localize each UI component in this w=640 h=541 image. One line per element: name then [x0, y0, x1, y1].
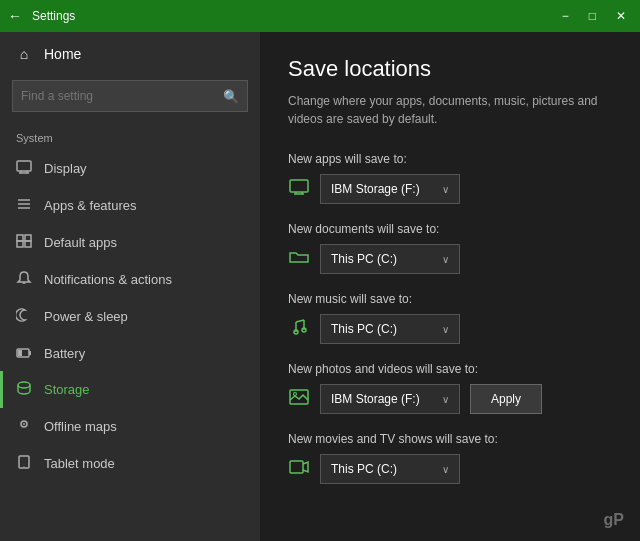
folder-icon — [288, 249, 310, 270]
save-row-controls-photos-videos: IBM Storage (F:)∨Apply — [288, 384, 612, 414]
save-row-controls-documents: This PC (C:)∨ — [288, 244, 612, 274]
svg-point-17 — [23, 423, 25, 425]
save-row-label-music: New music will save to: — [288, 292, 612, 306]
watermark: gP — [604, 511, 624, 529]
svg-point-15 — [18, 382, 30, 388]
save-row-label-apps: New apps will save to: — [288, 152, 612, 166]
svg-rect-9 — [17, 241, 23, 247]
window-controls: − □ ✕ — [556, 7, 632, 25]
svg-rect-10 — [25, 241, 31, 247]
save-row-controls-apps: IBM Storage (F:)∨ — [288, 174, 612, 204]
storage-icon — [16, 381, 32, 398]
svg-rect-13 — [29, 351, 31, 355]
sidebar-item-notifications[interactable]: Notifications & actions — [0, 261, 260, 298]
sidebar-item-label-power-sleep: Power & sleep — [44, 309, 128, 324]
dropdown-value-music: This PC (C:) — [331, 322, 397, 336]
back-button[interactable]: ← — [8, 8, 22, 24]
default-apps-icon — [16, 234, 32, 251]
save-row-controls-music: This PC (C:)∨ — [288, 314, 612, 344]
sidebar-section-label: System — [0, 124, 260, 150]
page-description: Change where your apps, documents, music… — [288, 92, 612, 128]
apply-button[interactable]: Apply — [470, 384, 542, 414]
title-bar: ← Settings − □ ✕ — [0, 0, 640, 32]
save-row-label-photos-videos: New photos and videos will save to: — [288, 362, 612, 376]
save-row-movies-tv: New movies and TV shows will save to:Thi… — [288, 432, 612, 484]
save-row-label-movies-tv: New movies and TV shows will save to: — [288, 432, 612, 446]
dropdown-photos-videos[interactable]: IBM Storage (F:)∨ — [320, 384, 460, 414]
sidebar-item-storage[interactable]: Storage — [0, 371, 260, 408]
dropdown-value-movies-tv: This PC (C:) — [331, 462, 397, 476]
dropdown-music[interactable]: This PC (C:)∨ — [320, 314, 460, 344]
sidebar-item-label-apps-features: Apps & features — [44, 198, 137, 213]
svg-rect-31 — [290, 461, 303, 473]
sidebar-item-label-default-apps: Default apps — [44, 235, 117, 250]
notifications-icon — [16, 271, 32, 288]
main-layout: ⌂ Home 🔍 System DisplayApps & featuresDe… — [0, 32, 640, 541]
sidebar-item-offline-maps[interactable]: Offline maps — [0, 408, 260, 445]
save-row-label-documents: New documents will save to: — [288, 222, 612, 236]
svg-rect-14 — [18, 350, 22, 356]
dropdown-value-documents: This PC (C:) — [331, 252, 397, 266]
minimize-button[interactable]: − — [556, 7, 575, 25]
video-icon — [288, 459, 310, 480]
chevron-down-icon: ∨ — [442, 464, 449, 475]
screen-icon — [288, 179, 310, 200]
image-icon — [288, 389, 310, 410]
save-rows-container: New apps will save to:IBM Storage (F:)∨N… — [288, 152, 612, 484]
display-icon — [16, 160, 32, 177]
sidebar-item-label-tablet-mode: Tablet mode — [44, 456, 115, 471]
save-row-photos-videos: New photos and videos will save to:IBM S… — [288, 362, 612, 414]
sidebar-item-label-display: Display — [44, 161, 87, 176]
sidebar-items-container: DisplayApps & featuresDefault appsNotifi… — [0, 150, 260, 482]
sidebar-item-tablet-mode[interactable]: Tablet mode — [0, 445, 260, 482]
chevron-down-icon: ∨ — [442, 324, 449, 335]
save-row-documents: New documents will save to:This PC (C:)∨ — [288, 222, 612, 274]
sidebar-item-default-apps[interactable]: Default apps — [0, 224, 260, 261]
apps-features-icon — [16, 197, 32, 214]
offline-maps-icon — [16, 418, 32, 435]
content-area: Save locations Change where your apps, d… — [260, 32, 640, 541]
dropdown-value-photos-videos: IBM Storage (F:) — [331, 392, 420, 406]
sidebar-item-apps-features[interactable]: Apps & features — [0, 187, 260, 224]
dropdown-value-apps: IBM Storage (F:) — [331, 182, 420, 196]
sidebar-item-label-battery: Battery — [44, 346, 85, 361]
svg-rect-20 — [290, 180, 308, 192]
svg-point-19 — [24, 466, 25, 467]
sidebar: ⌂ Home 🔍 System DisplayApps & featuresDe… — [0, 32, 260, 541]
save-row-music: New music will save to:This PC (C:)∨ — [288, 292, 612, 344]
chevron-down-icon: ∨ — [442, 184, 449, 195]
title-bar-title: Settings — [32, 9, 556, 23]
search-box[interactable]: 🔍 — [12, 80, 248, 112]
sidebar-item-label-storage: Storage — [44, 382, 90, 397]
chevron-down-icon: ∨ — [442, 254, 449, 265]
svg-rect-7 — [17, 235, 23, 241]
search-icon: 🔍 — [223, 89, 239, 104]
power-sleep-icon — [16, 308, 32, 325]
sidebar-item-power-sleep[interactable]: Power & sleep — [0, 298, 260, 335]
dropdown-movies-tv[interactable]: This PC (C:)∨ — [320, 454, 460, 484]
maximize-button[interactable]: □ — [583, 7, 602, 25]
page-title: Save locations — [288, 56, 612, 82]
tablet-mode-icon — [16, 455, 32, 472]
sidebar-item-battery[interactable]: Battery — [0, 335, 260, 371]
svg-point-30 — [294, 392, 297, 395]
save-row-controls-movies-tv: This PC (C:)∨ — [288, 454, 612, 484]
svg-line-25 — [296, 320, 304, 322]
sidebar-item-label-offline-maps: Offline maps — [44, 419, 117, 434]
save-row-apps: New apps will save to:IBM Storage (F:)∨ — [288, 152, 612, 204]
sidebar-item-label-notifications: Notifications & actions — [44, 272, 172, 287]
chevron-down-icon: ∨ — [442, 394, 449, 405]
home-icon: ⌂ — [16, 46, 32, 62]
close-button[interactable]: ✕ — [610, 7, 632, 25]
sidebar-home-label: Home — [44, 46, 81, 62]
music-icon — [288, 318, 310, 341]
dropdown-documents[interactable]: This PC (C:)∨ — [320, 244, 460, 274]
sidebar-item-display[interactable]: Display — [0, 150, 260, 187]
svg-rect-0 — [17, 161, 31, 171]
dropdown-apps[interactable]: IBM Storage (F:)∨ — [320, 174, 460, 204]
search-input[interactable] — [21, 89, 223, 103]
battery-icon — [16, 345, 32, 361]
svg-rect-8 — [25, 235, 31, 241]
sidebar-item-home[interactable]: ⌂ Home — [0, 32, 260, 76]
